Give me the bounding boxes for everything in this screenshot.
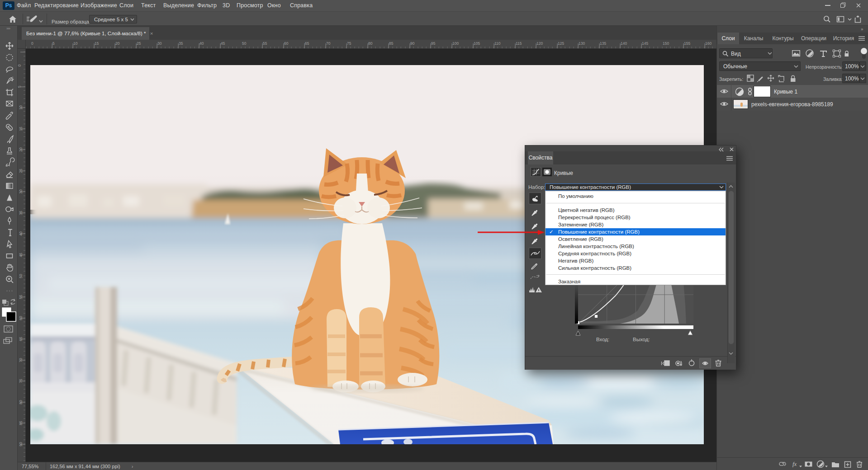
svg-text:fx: fx	[792, 461, 797, 467]
